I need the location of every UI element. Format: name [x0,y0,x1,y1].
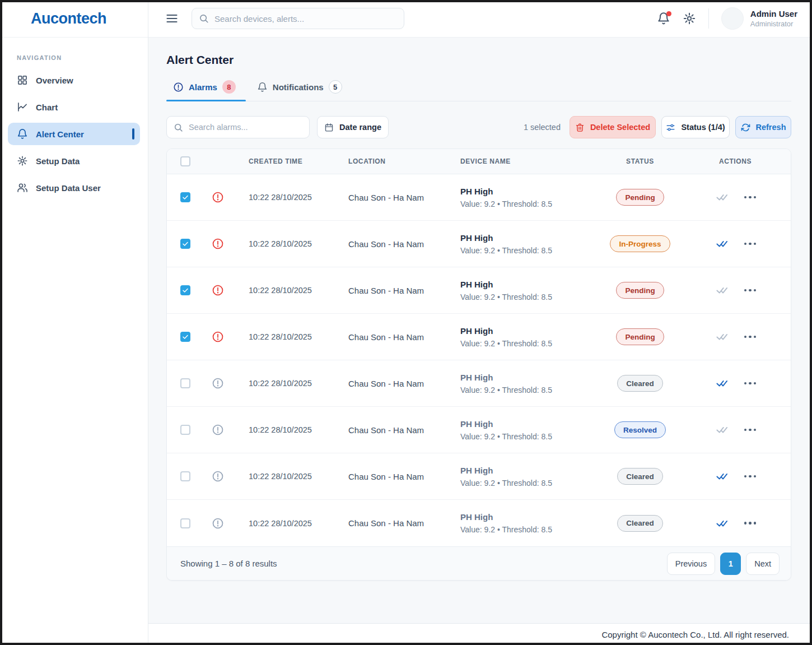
trash-icon [575,123,585,132]
status-badge: Pending [616,282,664,299]
double-check-icon[interactable] [715,285,730,296]
double-check-icon[interactable] [715,424,730,435]
notification-dot [666,11,671,16]
logo-container: Aucontech [0,0,148,38]
alarms-table-card: CREATED TIME LOCATION DEVICE NAME STATUS… [166,149,791,581]
gear-icon [17,155,28,166]
sidebar-item-label: Setup Data User [36,183,101,193]
row-checkbox[interactable] [180,332,190,342]
bell-icon [257,82,268,92]
sidebar-item-overview[interactable]: Overview [8,69,140,91]
alert-circle-icon [212,377,224,389]
alert-circle-icon [212,424,224,436]
sidebar-item-setup-data[interactable]: Setup Data [8,150,140,172]
sidebar-item-label: Chart [36,103,58,112]
row-checkbox[interactable] [180,192,190,202]
device-name: PH High [460,187,587,196]
global-search-input[interactable] [214,14,397,24]
double-check-icon[interactable] [715,518,730,529]
current-page-button[interactable]: 1 [720,553,741,575]
double-check-icon[interactable] [715,192,730,203]
row-checkbox[interactable] [180,239,190,249]
sidebar-item-setup-data-user[interactable]: Setup Data User [8,177,140,199]
alert-circle-icon [212,331,224,343]
table-row: 10:22 28/10/2025 Chau Son - Ha Nam PH Hi… [167,314,791,360]
grid-icon [17,75,28,86]
location: Chau Son - Ha Nam [348,518,460,528]
status-filter-label: Status (1/4) [681,123,725,132]
device-name: PH High [460,419,587,429]
more-actions-button[interactable] [744,522,757,525]
location: Chau Son - Ha Nam [348,379,460,388]
sidebar-item-chart[interactable]: Chart [8,96,140,118]
double-check-icon[interactable] [715,471,730,482]
alarm-search [166,116,310,138]
double-check-icon[interactable] [715,331,730,342]
device-name: PH High [460,466,587,475]
status-badge: Resolved [614,421,666,438]
status-badge: Pending [616,328,664,345]
brand-logo: Aucontech [31,10,106,27]
date-range-button[interactable]: Date range [317,116,389,138]
delete-selected-button[interactable]: Delete Selected [570,116,656,138]
refresh-button[interactable]: Refresh [735,116,791,138]
more-actions-button[interactable] [744,382,757,385]
double-check-icon[interactable] [715,238,730,249]
active-indicator [132,128,134,140]
sidebar-item-label: Overview [36,76,73,85]
created-time: 10:22 28/10/2025 [249,286,348,295]
row-checkbox[interactable] [180,425,190,435]
more-actions-button[interactable] [744,336,757,338]
search-icon [199,13,209,24]
users-icon [17,182,28,193]
row-checkbox[interactable] [180,518,190,528]
device-detail: Value: 9.2 • Threshold: 8.5 [460,386,587,395]
previous-page-button[interactable]: Previous [667,553,715,575]
created-time: 10:22 28/10/2025 [249,239,348,248]
notifications-bell-button[interactable] [657,12,670,25]
alert-circle-icon [212,517,224,530]
row-checkbox[interactable] [180,471,190,481]
more-actions-button[interactable] [744,475,757,478]
created-time: 10:22 28/10/2025 [249,425,348,434]
row-checkbox[interactable] [180,285,190,295]
table-row: 10:22 28/10/2025 Chau Son - Ha Nam PH Hi… [167,500,791,546]
gear-icon [683,12,696,25]
user-menu[interactable]: Admin User Administrator [721,7,797,30]
content: Alert Center Alarms 8 Notifications 5 [148,38,812,623]
table-row: 10:22 28/10/2025 Chau Son - Ha Nam PH Hi… [167,267,791,314]
refresh-label: Refresh [756,123,786,132]
tab-notifications[interactable]: Notifications 5 [250,80,352,101]
device-detail: Value: 9.2 • Threshold: 8.5 [460,246,587,255]
tab-alarms[interactable]: Alarms 8 [166,80,246,101]
sliders-icon [666,123,675,132]
menu-icon[interactable] [165,12,179,25]
location: Chau Son - Ha Nam [348,425,460,435]
results-summary: Showing 1 – 8 of 8 results [180,559,277,568]
sidebar-item-alert-center[interactable]: Alert Center [8,123,140,145]
status-badge: Pending [616,189,664,206]
status-badge: Cleared [617,375,663,392]
device-detail: Value: 9.2 • Threshold: 8.5 [460,199,587,208]
device-name: PH High [460,326,587,336]
device-name: PH High [460,233,587,243]
more-actions-button[interactable] [744,429,757,431]
select-all-checkbox[interactable] [180,156,190,166]
row-checkbox[interactable] [180,378,190,388]
tab-bar: Alarms 8 Notifications 5 [166,80,791,101]
alarms-toolbar: Date range 1 selected Delete Selected St… [166,116,791,138]
user-role: Administrator [750,20,797,28]
sidebar-item-label: Setup Data [36,156,80,166]
next-page-button[interactable]: Next [746,553,780,575]
topbar-right: Admin User Administrator [657,7,797,30]
more-actions-button[interactable] [744,243,757,245]
alarm-search-input[interactable] [189,123,302,132]
more-actions-button[interactable] [744,196,757,199]
double-check-icon[interactable] [715,378,730,389]
user-name: Admin User [750,9,797,18]
device-name: PH High [460,512,587,522]
main-area: Admin User Administrator Alert Center Al… [148,0,812,645]
status-filter-button[interactable]: Status (1/4) [661,116,730,138]
settings-button[interactable] [683,12,696,25]
more-actions-button[interactable] [744,289,757,292]
